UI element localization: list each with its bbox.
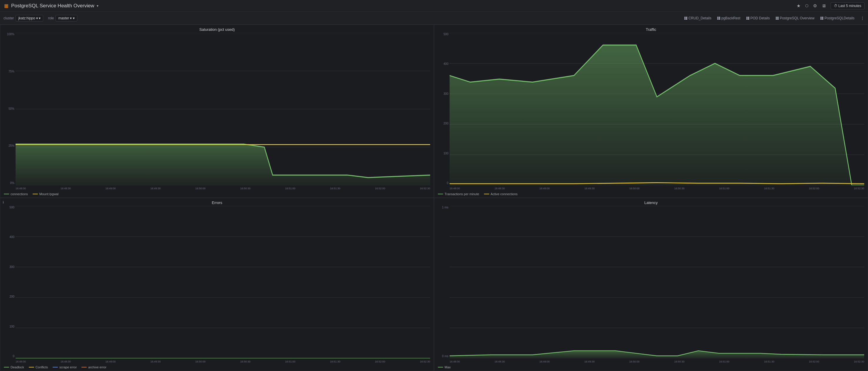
legend-conflicts: Conflicts <box>29 365 48 369</box>
legend-label-max: Max <box>444 365 451 369</box>
y-100: 100% <box>4 33 16 36</box>
saturation-chart-area: 100% 75% 50% 25% 0% <box>4 33 430 191</box>
errors-panel: ℹ Errors 500 400 300 200 100 0 <box>0 198 434 371</box>
traffic-title: Traffic <box>438 27 864 32</box>
latency-x-axis: 16:48:00 16:48:30 16:49:00 16:49:30 16:5… <box>450 359 864 364</box>
more-nav-icon[interactable]: ⋮ <box>860 16 865 21</box>
nav-pod[interactable]: POD Details <box>746 16 770 20</box>
topbar-left: ▦ PostgreSQL Service Health Overview ▾ <box>3 3 797 9</box>
y-25: 25% <box>4 144 16 147</box>
topbar-icons: ★ ⬡ ⚙ 🖥 ⏱ Last 5 minutes <box>797 2 865 9</box>
display-icon[interactable]: 🖥 <box>822 3 826 8</box>
traffic-chart-area: 500 400 300 200 100 0 <box>438 33 864 191</box>
role-filter-group: role master ▾ <box>48 15 77 22</box>
grid-icon-pgoveriew <box>776 17 779 20</box>
cluster-label: cluster <box>3 16 14 20</box>
y-100: 100 <box>4 325 16 328</box>
saturation-title: Saturation (pct used) <box>4 27 430 32</box>
traffic-x-axis: 16:48:00 16:48:30 16:49:00 16:49:30 16:5… <box>450 186 864 191</box>
traffic-y-axis: 500 400 300 200 100 0 <box>438 33 450 184</box>
role-select[interactable]: master ▾ <box>56 15 77 22</box>
errors-title: Errors <box>4 200 430 205</box>
saturation-panel: Saturation (pct used) 100% 75% 50% 25% 0… <box>0 25 434 198</box>
info-icon-errors: ℹ <box>3 200 4 204</box>
traffic-svg-wrap <box>450 33 864 185</box>
legend-line-scrape <box>53 367 58 368</box>
grid-icon-pgdetails <box>820 17 823 20</box>
nav-crud[interactable]: CRUD_Details <box>684 16 711 20</box>
errors-legend: Deadlock Conflicts scrape error archive … <box>4 364 430 369</box>
errors-x-axis: 16:48:00 16:48:30 16:49:00 16:49:30 16:5… <box>16 359 430 364</box>
legend-active: Active connections <box>484 192 518 196</box>
legend-label-deadlock: Deadlock <box>10 365 24 369</box>
legend-label-connections: connections <box>10 192 28 196</box>
latency-svg <box>450 206 864 359</box>
errors-chart-area: 500 400 300 200 100 0 <box>4 206 430 364</box>
cluster-filter-group: cluster jkatz:hippo ▾ <box>3 15 43 22</box>
legend-pgwal: Mount:/pgwal <box>33 192 59 196</box>
legend-line-tpm <box>438 194 443 194</box>
traffic-svg <box>450 33 864 185</box>
y-1ms: 1 ms <box>438 206 450 209</box>
legend-line-archive <box>82 367 87 368</box>
legend-line-max <box>438 367 443 368</box>
y-100: 100 <box>438 152 450 155</box>
y-200: 200 <box>438 122 450 125</box>
y-400: 400 <box>438 63 450 65</box>
star-icon[interactable]: ★ <box>797 3 800 8</box>
nav-pgoveriew[interactable]: PostgreSQL Overview <box>776 16 814 20</box>
traffic-panel: Traffic 500 400 300 200 100 0 <box>434 25 868 198</box>
saturation-y-axis: 100% 75% 50% 25% 0% <box>4 33 16 184</box>
app-icon: ▦ <box>3 3 9 8</box>
latency-svg-wrap <box>450 206 864 359</box>
grid-icon-crud <box>684 17 687 20</box>
nav-links: CRUD_Details pgBackRest POD Details Post… <box>684 16 865 21</box>
saturation-x-axis: 16:48:00 16:48:30 16:49:00 16:49:30 16:5… <box>16 186 430 191</box>
y-50: 50% <box>4 107 16 110</box>
y-0: 0 <box>438 182 450 184</box>
legend-label-scrape: scrape error <box>59 365 77 369</box>
latency-title: Latency <box>438 200 864 205</box>
svg-marker-5 <box>16 144 430 185</box>
legend-deadlock: Deadlock <box>4 365 24 369</box>
cluster-select[interactable]: jkatz:hippo ▾ <box>16 15 43 22</box>
topbar: ▦ PostgreSQL Service Health Overview ▾ ★… <box>0 0 868 12</box>
y-200: 200 <box>4 295 16 298</box>
errors-svg-wrap <box>16 206 430 359</box>
legend-label-pgwal: Mount:/pgwal <box>39 192 59 196</box>
errors-y-axis: 500 400 300 200 100 0 <box>4 206 16 358</box>
legend-tpm: Transactions per minute <box>438 192 479 196</box>
legend-label-tpm: Transactions per minute <box>444 192 479 196</box>
errors-svg <box>16 206 430 359</box>
saturation-svg <box>16 33 430 185</box>
legend-label-conflicts: Conflicts <box>36 365 48 369</box>
settings-icon[interactable]: ⚙ <box>813 3 817 8</box>
y-300: 300 <box>4 266 16 269</box>
saturation-svg-wrap <box>16 33 430 185</box>
title-dropdown-icon[interactable]: ▾ <box>97 4 98 8</box>
time-selector[interactable]: ⏱ Last 5 minutes <box>831 2 865 9</box>
y-500: 500 <box>4 206 16 209</box>
charts-grid: Saturation (pct used) 100% 75% 50% 25% 0… <box>0 25 868 371</box>
y-500: 500 <box>438 33 450 36</box>
nav-pgdetails[interactable]: PostgreSQLDetails <box>820 16 855 20</box>
legend-connections: connections <box>4 192 28 196</box>
saturation-legend: connections Mount:/pgwal <box>4 191 430 196</box>
filterbar: cluster jkatz:hippo ▾ role master ▾ CRUD… <box>0 12 868 25</box>
legend-line-pgwal <box>33 194 38 194</box>
svg-marker-12 <box>450 45 864 185</box>
grid-icon-pgbackrest <box>717 17 720 20</box>
share-icon[interactable]: ⬡ <box>805 3 808 8</box>
latency-y-axis: 1 ms 0 ms <box>438 206 450 358</box>
legend-scrape: scrape error <box>53 365 77 369</box>
latency-panel: Latency 1 ms 0 ms <box>434 198 868 371</box>
dashboard-title: PostgreSQL Service Health Overview <box>11 3 94 9</box>
latency-chart-area: 1 ms 0 ms <box>438 206 864 364</box>
latency-legend: Max <box>438 364 864 369</box>
y-400: 400 <box>4 236 16 239</box>
role-label: role <box>48 16 54 20</box>
y-0: 0 <box>4 355 16 358</box>
legend-archive: archive error <box>82 365 106 369</box>
nav-pgbackrest[interactable]: pgBackRest <box>717 16 741 20</box>
legend-line-active <box>484 194 489 194</box>
